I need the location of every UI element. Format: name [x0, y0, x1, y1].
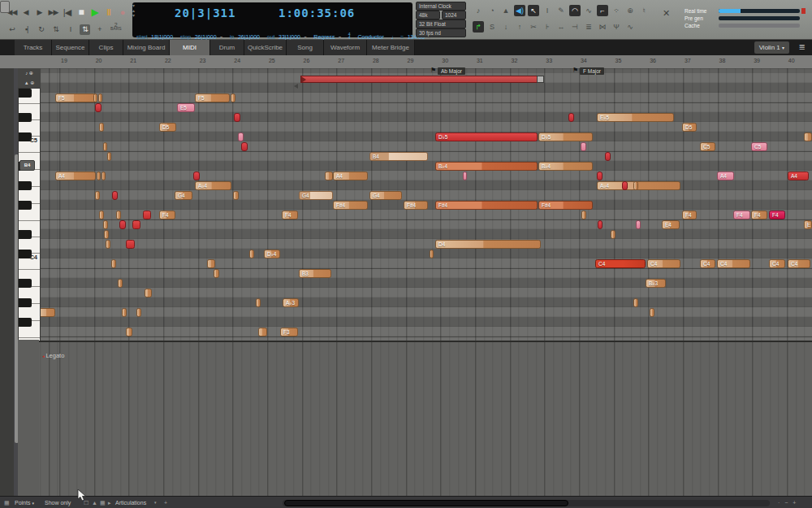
show-only-label[interactable]: Show only	[45, 500, 71, 506]
midi-note[interactable]	[568, 113, 574, 122]
selection-range-bar[interactable]	[300, 76, 541, 83]
black-key-F#5[interactable]	[19, 89, 32, 98]
midi-note[interactable]	[207, 259, 215, 268]
black-key-A#3[interactable]	[19, 279, 32, 288]
midi-note-C4[interactable]: C4	[647, 259, 680, 268]
marker-label-F-Major[interactable]: F Major	[580, 67, 604, 75]
midi-note-C4[interactable]: C4	[595, 259, 646, 268]
midi-note-D5[interactable]: D5	[682, 123, 697, 132]
midi-note-F4[interactable]: F4	[682, 211, 697, 219]
vertical-zoom-icon[interactable]: ▲ ⊕	[18, 78, 41, 88]
midi-note-D♭4[interactable]: D♭4	[264, 250, 280, 258]
midi-note-A4[interactable]: A4	[717, 172, 734, 180]
midi-note[interactable]	[118, 279, 123, 288]
black-key-F#3[interactable]	[19, 318, 32, 327]
triangle-filter-icon[interactable]: ▲	[92, 500, 97, 506]
midi-note-G4[interactable]: G4	[175, 191, 192, 200]
midi-note-C4[interactable]: C4	[788, 259, 810, 268]
articulation-area[interactable]	[39, 341, 812, 496]
midi-note-D♭5[interactable]: D♭5	[435, 132, 538, 141]
midi-note-F#4[interactable]: F#4	[404, 201, 428, 210]
midi-note[interactable]	[97, 172, 101, 180]
midi-note-B4[interactable]: B4	[369, 152, 428, 161]
midi-note[interactable]	[103, 142, 107, 151]
midi-note-F4[interactable]: F4	[751, 211, 767, 219]
midi-note[interactable]	[145, 289, 152, 297]
midi-note[interactable]	[143, 211, 151, 219]
midi-note[interactable]	[126, 240, 135, 249]
midi-note[interactable]	[126, 328, 132, 336]
midi-note[interactable]	[231, 93, 235, 102]
articulations-dropdown-icon[interactable]: ▾	[154, 500, 157, 505]
zoom-controls[interactable]: ♪ ⊕ ▲ ⊕	[18, 68, 41, 88]
midi-note-F4[interactable]: F4	[733, 211, 750, 219]
midi-note[interactable]	[102, 172, 106, 180]
playhead-ruler-thumb[interactable]	[0, 1, 10, 13]
midi-note[interactable]	[136, 308, 141, 317]
selection-end-handle[interactable]	[537, 76, 544, 83]
note-zoom-icon[interactable]: ♪ ⊕	[18, 68, 41, 78]
selection-start-marker[interactable]	[301, 76, 306, 83]
black-key-G#3[interactable]	[19, 298, 32, 307]
midi-note-F#4[interactable]: F#4	[538, 201, 593, 210]
midi-note-A4[interactable]: A4	[333, 172, 368, 180]
midi-note[interactable]	[95, 191, 100, 200]
black-key-D#5[interactable]	[19, 113, 32, 122]
midi-note[interactable]	[111, 259, 116, 268]
horizontal-scrollbar-thumb[interactable]	[284, 500, 568, 506]
points-selector[interactable]: Points ▾	[15, 500, 34, 506]
midi-note[interactable]	[39, 308, 55, 317]
midi-note[interactable]	[112, 191, 118, 200]
midi-note[interactable]	[633, 298, 638, 307]
midi-note-B3[interactable]: B3	[299, 269, 331, 278]
midi-note-A♭3[interactable]: A♭3	[283, 298, 299, 307]
midi-note[interactable]	[598, 220, 603, 229]
midi-note[interactable]	[116, 211, 121, 219]
midi-note-A♭4[interactable]: A♭4	[195, 181, 231, 190]
add-lane-icon[interactable]: +	[164, 500, 167, 506]
marker-flag-icon[interactable]: ⚑	[572, 67, 578, 74]
midi-note[interactable]	[633, 181, 638, 190]
midi-note[interactable]	[636, 220, 641, 229]
midi-note[interactable]	[119, 220, 126, 229]
midi-note[interactable]	[238, 132, 244, 141]
midi-note-F4[interactable]: F4	[159, 211, 175, 219]
midi-note[interactable]	[581, 211, 586, 219]
midi-note[interactable]	[99, 123, 104, 132]
midi-note[interactable]	[611, 230, 615, 239]
midi-note[interactable]	[233, 191, 239, 200]
midi-note-E4[interactable]: E4	[662, 220, 680, 229]
black-key-F#4[interactable]	[19, 201, 32, 210]
midi-note-D♭5[interactable]: D♭5	[538, 132, 593, 141]
midi-note-F#4[interactable]: F#4	[333, 201, 368, 210]
midi-note-C5[interactable]: C5	[751, 142, 767, 151]
midi-note-D4[interactable]: D4	[435, 240, 541, 249]
grid-view-icon[interactable]: ▦	[4, 500, 10, 506]
midi-note[interactable]	[804, 132, 812, 141]
midi-note[interactable]	[463, 172, 467, 180]
midi-note[interactable]	[107, 152, 111, 161]
midi-note-F5[interactable]: F5	[195, 93, 230, 102]
hzoom-controls[interactable]: · − +	[778, 500, 797, 506]
articulations-selector[interactable]: Articulations	[115, 500, 146, 506]
filter-checkbox[interactable]: ☐	[84, 500, 89, 506]
midi-note-F5[interactable]: F5	[55, 93, 96, 102]
midi-note[interactable]	[98, 93, 102, 102]
midi-note-B♭4[interactable]: B♭4	[435, 162, 538, 171]
memory-start-marker[interactable]	[294, 84, 298, 89]
midi-note[interactable]	[193, 172, 200, 180]
midi-note-A4[interactable]: A4	[55, 172, 96, 180]
black-key-D#4[interactable]	[19, 230, 32, 239]
midi-note[interactable]	[581, 142, 586, 151]
midi-note-F3[interactable]: F3	[280, 328, 298, 336]
midi-note[interactable]	[325, 172, 333, 180]
pressed-key-indicator[interactable]: B4	[19, 160, 35, 171]
midi-note-A♭4[interactable]: A♭4	[597, 181, 680, 190]
midi-note-D5[interactable]: D5	[159, 123, 176, 132]
midi-note-G4[interactable]: G4	[299, 191, 333, 200]
midi-note[interactable]	[106, 240, 110, 249]
midi-note[interactable]	[93, 93, 97, 102]
midi-note[interactable]	[234, 113, 240, 122]
midi-note-A4[interactable]: A4	[788, 172, 809, 180]
midi-note[interactable]	[103, 220, 108, 229]
